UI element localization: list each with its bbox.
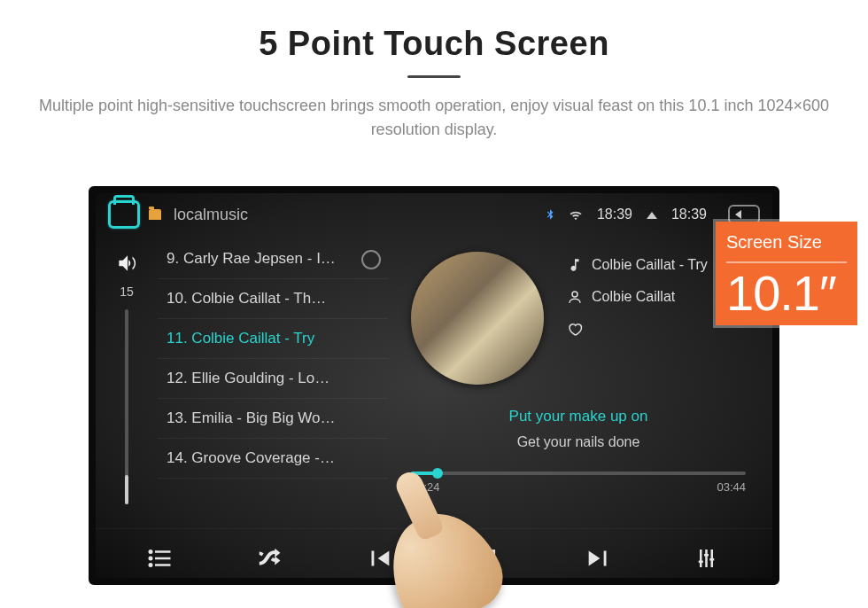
title-underline [407, 75, 461, 78]
wifi-icon [569, 208, 581, 221]
progress-slider[interactable] [411, 472, 746, 475]
playlist-item[interactable]: 9. Carly Rae Jepsen - I… [158, 239, 388, 279]
artist-name: Colbie Caillat [592, 289, 675, 305]
chevron-up-icon[interactable] [647, 212, 657, 219]
artist-row: Colbie Caillat [567, 289, 708, 305]
playlist-item-active[interactable]: 11. Colbie Caillat - Try [158, 319, 388, 359]
equalizer-button[interactable] [673, 532, 744, 585]
speaker-icon[interactable] [96, 252, 158, 279]
page-subtitle: Multiple point high-sensitive touchscree… [0, 94, 868, 142]
main-area: 15 9. Carly Rae Jepsen - I… 10. Colbie C… [96, 236, 772, 528]
badge-value: 10.1″ [726, 269, 847, 318]
shuffle-button[interactable] [234, 532, 305, 585]
svg-point-3 [149, 556, 153, 560]
list-button[interactable] [124, 532, 195, 585]
next-button[interactable] [563, 532, 634, 585]
album-art [411, 252, 544, 385]
svg-rect-6 [155, 564, 171, 566]
home-icon[interactable] [108, 200, 140, 229]
page-title: 5 Point Touch Screen [0, 25, 868, 63]
lyric-next: Get your nails done [411, 434, 746, 450]
person-icon [567, 289, 583, 305]
screen-size-badge: Screen Size 10.1″ [716, 222, 857, 325]
volume-slider[interactable] [125, 309, 128, 504]
song-title: Colbie Caillat - Try [592, 257, 708, 273]
svg-point-5 [149, 563, 153, 567]
heart-icon[interactable] [567, 321, 583, 337]
app-title: localmusic [174, 206, 248, 224]
volume-value: 15 [96, 285, 158, 299]
bluetooth-icon [544, 208, 556, 221]
song-row: Colbie Caillat - Try [567, 257, 708, 273]
status-bar: localmusic 18:39 18:39 [96, 193, 772, 236]
clock-left: 18:39 [597, 207, 632, 222]
svg-point-0 [572, 292, 577, 297]
folder-icon[interactable] [149, 209, 161, 220]
svg-point-1 [149, 550, 153, 554]
playlist: 9. Carly Rae Jepsen - I… 10. Colbie Cail… [158, 236, 388, 528]
volume-panel: 15 [96, 236, 158, 528]
svg-rect-2 [155, 550, 171, 553]
now-playing: Colbie Caillat - Try Colbie Caillat Put … [388, 236, 772, 528]
clock-right: 18:39 [671, 207, 707, 222]
time-total: 03:44 [717, 480, 746, 494]
playlist-item[interactable]: 13. Emilia - Big Big Wo… [158, 399, 388, 439]
playlist-item[interactable]: 12. Ellie Goulding - Lo… [158, 359, 388, 399]
playlist-item[interactable]: 14. Groove Coverage -… [158, 439, 388, 479]
lyric-current: Put your make up on [411, 408, 746, 425]
music-note-icon [567, 257, 583, 273]
playlist-item[interactable]: 10. Colbie Caillat - Th… [158, 279, 388, 319]
badge-label: Screen Size [726, 232, 847, 253]
svg-rect-4 [155, 557, 171, 559]
